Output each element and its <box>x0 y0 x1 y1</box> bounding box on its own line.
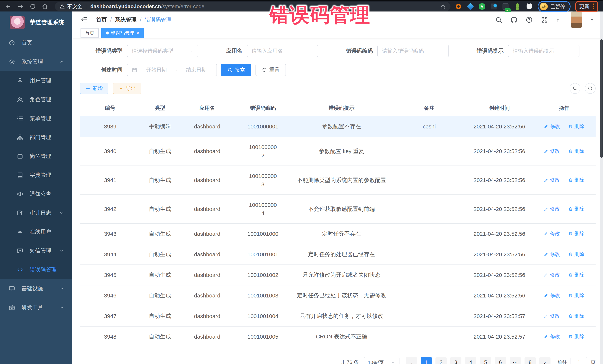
sidebar-item-在线用户[interactable]: 在线用户 <box>0 222 72 241</box>
sidebar-item-研发工具[interactable]: 研发工具 <box>0 298 72 317</box>
page-button-6[interactable]: 6 <box>495 357 506 364</box>
reset-button[interactable]: 重置 <box>255 64 286 76</box>
breadcrumb-system[interactable]: 系统管理 <box>115 16 145 23</box>
delete-button[interactable]: 删除 <box>568 272 584 278</box>
sidebar-item-岗位管理[interactable]: 岗位管理 <box>0 147 72 166</box>
tab-home[interactable]: 首页 <box>81 28 99 38</box>
infra-icon <box>8 285 16 292</box>
delete-icon <box>568 231 573 236</box>
refresh-table-button[interactable] <box>585 83 596 94</box>
app-name-input[interactable] <box>247 45 318 57</box>
breadcrumb-home[interactable]: 首页 <box>96 16 115 23</box>
page-scrollbar[interactable] <box>600 11 603 364</box>
sidebar-item-系统管理[interactable]: 系统管理 <box>0 52 72 71</box>
search-button[interactable]: 搜索 <box>221 64 251 76</box>
extension-grid-icon[interactable] <box>490 3 497 10</box>
sidebar-item-首页[interactable]: 首页 <box>0 33 72 52</box>
show-search-button[interactable] <box>570 83 580 94</box>
create-time-range[interactable]: 开始日期 - 结束日期 <box>127 64 217 76</box>
edit-button[interactable]: 修改 <box>544 272 560 278</box>
sidebar-item-部门管理[interactable]: 部门管理 <box>0 128 72 147</box>
back-icon[interactable] <box>5 3 12 10</box>
edit-button[interactable]: 修改 <box>544 123 560 130</box>
edit-button[interactable]: 修改 <box>544 230 560 237</box>
edit-button[interactable]: 修改 <box>544 333 560 340</box>
extension-orange-icon[interactable] <box>455 3 462 10</box>
prev-page-button[interactable]: ‹ <box>406 357 417 364</box>
caret-down-icon[interactable] <box>590 17 595 22</box>
error-msg-input[interactable] <box>508 45 580 57</box>
cell-id: 3944 <box>80 244 141 265</box>
page-button-3[interactable]: 3 <box>450 357 462 364</box>
edit-button[interactable]: 修改 <box>544 251 560 258</box>
edit-button[interactable]: 修改 <box>544 206 560 212</box>
edit-button[interactable]: 修改 <box>544 177 560 183</box>
extension-list-icon[interactable]: on <box>502 3 509 10</box>
cell-msg: 定时任务已经处于该状态，无需修改 <box>291 285 392 306</box>
sidebar-item-角色管理[interactable]: 角色管理 <box>0 90 72 109</box>
cell-id: 3939 <box>80 116 141 137</box>
sidebar-item-用户管理[interactable]: 用户管理 <box>0 71 72 90</box>
next-page-button[interactable]: › <box>539 357 550 364</box>
profile-paused-pill[interactable]: 已暂停 <box>538 1 570 12</box>
reload-icon[interactable] <box>29 3 36 10</box>
sidebar-item-菜单管理[interactable]: 菜单管理 <box>0 109 72 128</box>
page-ellipsis[interactable]: ··· <box>510 357 521 364</box>
question-icon[interactable] <box>525 16 533 23</box>
add-button[interactable]: 新增 <box>80 83 108 94</box>
home-icon[interactable] <box>42 3 48 10</box>
delete-button[interactable]: 删除 <box>568 251 584 258</box>
browser-update-button[interactable]: 更新 <box>575 1 598 12</box>
edit-icon <box>544 178 548 182</box>
sidebar-item-基础设施[interactable]: 基础设施 <box>0 279 72 298</box>
url-host: dashboard.yudao.iocoder.cn <box>90 3 161 10</box>
hamburger-icon[interactable] <box>81 16 88 23</box>
page-button-2[interactable]: 2 <box>435 357 447 364</box>
sidebar-item-字典管理[interactable]: 字典管理 <box>0 166 72 185</box>
close-icon[interactable] <box>136 31 139 35</box>
delete-button[interactable]: 删除 <box>568 148 584 154</box>
page-button-5[interactable]: 5 <box>480 357 491 364</box>
topbar-icons <box>495 11 595 28</box>
delete-button[interactable]: 删除 <box>568 292 584 299</box>
delete-button[interactable]: 删除 <box>568 313 584 319</box>
star-icon[interactable] <box>440 3 446 10</box>
sidebar-item-短信管理[interactable]: 短信管理 <box>0 241 72 260</box>
sidebar-item-错误码管理[interactable]: 错误码管理 <box>0 260 72 279</box>
page-button-1[interactable]: 1 <box>421 357 432 364</box>
address-bar[interactable]: 不安全 dashboard.yudao.iocoder.cn /system/e… <box>55 2 451 11</box>
delete-button[interactable]: 删除 <box>568 177 584 183</box>
search-icon[interactable] <box>495 16 502 23</box>
fullscreen-icon[interactable] <box>541 16 548 23</box>
error-type-select[interactable]: 请选择错误码类型 <box>127 45 198 57</box>
page-button-8[interactable]: 8 <box>524 357 536 364</box>
edit-button[interactable]: 修改 <box>544 148 560 154</box>
export-button[interactable]: 导出 <box>113 83 141 94</box>
kebab-menu-icon[interactable] <box>593 3 594 9</box>
edit-button[interactable]: 修改 <box>544 313 560 319</box>
cell-created: 2021-04-20 23:52:57 <box>466 306 533 326</box>
extension-green-icon[interactable]: V <box>479 3 485 10</box>
error-code-input[interactable] <box>377 45 449 57</box>
sidebar-item-审计日志[interactable]: 审计日志 <box>0 203 72 222</box>
date-separator: - <box>175 67 177 73</box>
delete-button[interactable]: 删除 <box>568 230 584 237</box>
fontsize-icon[interactable] <box>556 16 563 23</box>
scrollbar-thumb[interactable] <box>600 39 603 158</box>
goto-page-input[interactable] <box>570 357 587 364</box>
extension-spy-icon[interactable] <box>514 3 521 10</box>
delete-button[interactable]: 删除 <box>568 206 584 212</box>
delete-button[interactable]: 删除 <box>568 123 584 130</box>
avatar[interactable] <box>571 11 582 28</box>
tab-error-code[interactable]: 错误码管理 <box>101 28 144 38</box>
page-size-select[interactable]: 10条/页 <box>364 357 399 364</box>
edit-button[interactable]: 修改 <box>544 292 560 299</box>
forward-icon[interactable] <box>17 3 24 10</box>
app-logo-row[interactable]: 芋道管理系统 <box>0 11 72 33</box>
github-icon[interactable] <box>510 16 518 23</box>
page-button-4[interactable]: 4 <box>465 357 476 364</box>
delete-button[interactable]: 删除 <box>568 333 584 340</box>
extension-gem-icon[interactable] <box>467 3 474 10</box>
sidebar-item-通知公告[interactable]: 通知公告 <box>0 185 72 203</box>
extension-puzzle-icon[interactable] <box>526 3 533 10</box>
